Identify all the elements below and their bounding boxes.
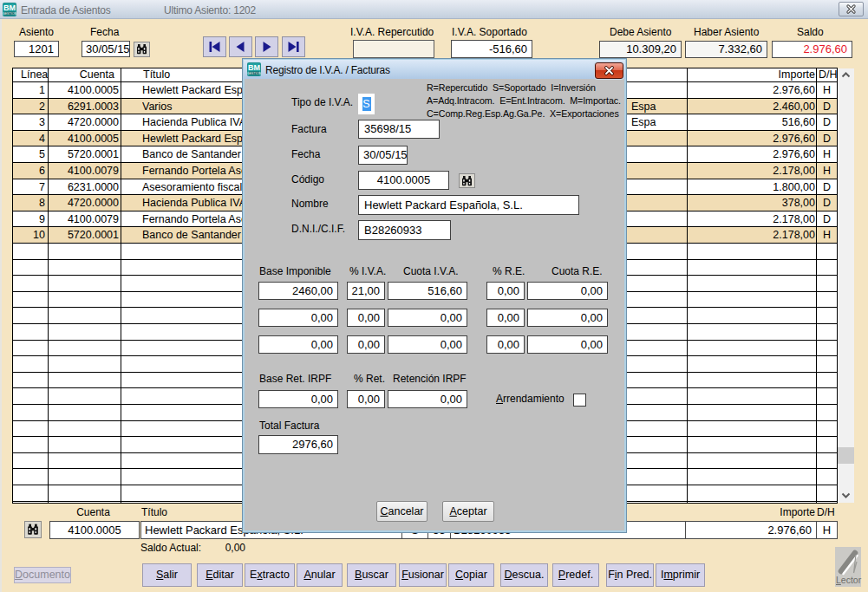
svg-text:GESTION: GESTION [247, 72, 261, 75]
svg-text:BM: BM [3, 3, 16, 12]
svg-text:BM: BM [248, 63, 260, 72]
svg-text:GESTION: GESTION [3, 12, 16, 16]
